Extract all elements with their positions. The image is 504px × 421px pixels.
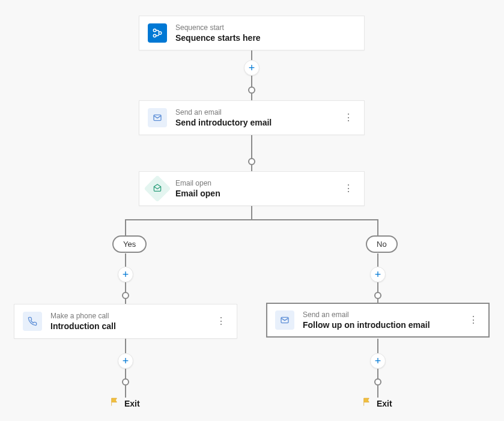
node-title-label: Introduction call	[50, 321, 205, 331]
connector-circle	[374, 378, 381, 386]
svg-point-2	[159, 32, 162, 35]
branch-yes-label: Yes	[112, 235, 147, 253]
more-menu-button[interactable]: ⋮	[214, 314, 228, 329]
phone-icon	[23, 312, 42, 331]
add-step-button[interactable]: +	[244, 60, 260, 76]
email-icon	[148, 108, 167, 127]
connector-line	[125, 219, 378, 220]
connector-circle	[248, 86, 255, 94]
connector-circle	[122, 378, 129, 386]
node-type-label: Send an email	[303, 310, 458, 319]
connector-line	[251, 135, 252, 159]
branch-no-text: No	[377, 240, 387, 249]
node-text: Make a phone call Introduction call	[50, 312, 205, 331]
email-icon	[275, 310, 294, 330]
add-step-button[interactable]: +	[118, 353, 133, 369]
node-title-label: Email open	[175, 189, 333, 198]
svg-point-1	[153, 34, 156, 37]
node-type-label: Sequence start	[175, 23, 356, 32]
branch-yes-text: Yes	[123, 240, 136, 249]
phone-call-node[interactable]: Make a phone call Introduction call ⋮	[14, 304, 237, 339]
node-type-label: Email open	[175, 179, 333, 187]
email-open-condition-node[interactable]: Email open Email open ⋮	[139, 171, 365, 206]
connector-line	[377, 339, 378, 353]
connector-circle	[248, 158, 255, 165]
connector-line	[125, 253, 126, 267]
more-menu-button[interactable]: ⋮	[341, 181, 356, 196]
connector-circle	[122, 292, 129, 299]
node-text: Email open Email open	[175, 179, 333, 198]
node-text: Send an email Send introductory email	[175, 108, 333, 127]
start-icon	[148, 23, 167, 43]
more-menu-button[interactable]: ⋮	[341, 111, 356, 125]
node-title-label: Send introductory email	[175, 118, 333, 127]
connector-line	[125, 219, 126, 235]
flag-icon	[110, 397, 120, 408]
exit-label: Exit	[110, 398, 140, 409]
connector-line	[377, 219, 378, 235]
more-menu-button[interactable]: ⋮	[466, 313, 481, 327]
send-email-node[interactable]: Send an email Send introductory email ⋮	[139, 100, 365, 135]
connector-line	[125, 386, 126, 398]
exit-text: Exit	[377, 399, 392, 408]
svg-point-0	[153, 29, 156, 32]
node-title-label: Follow up on introduction email	[303, 320, 458, 330]
connector-line	[251, 76, 252, 88]
connector-line	[125, 339, 126, 353]
branch-no-label: No	[366, 235, 398, 253]
exit-label: Exit	[362, 398, 392, 409]
connector-circle	[374, 292, 381, 299]
node-type-label: Send an email	[175, 108, 333, 117]
connector-line	[251, 206, 252, 219]
add-step-button[interactable]: +	[370, 267, 386, 282]
exit-text: Exit	[124, 399, 140, 408]
condition-icon	[144, 175, 171, 202]
connector-line	[377, 386, 378, 398]
node-type-label: Make a phone call	[50, 312, 205, 320]
sequence-start-node[interactable]: Sequence start Sequence starts here	[139, 16, 365, 50]
add-step-button[interactable]: +	[370, 353, 386, 369]
flag-icon	[362, 397, 372, 408]
node-text: Send an email Follow up on introduction …	[303, 310, 458, 330]
node-title-label: Sequence starts here	[175, 33, 356, 43]
add-step-button[interactable]: +	[118, 267, 133, 282]
followup-email-node[interactable]: Send an email Follow up on introduction …	[266, 303, 490, 338]
connector-line	[377, 253, 378, 267]
node-text: Sequence start Sequence starts here	[175, 23, 356, 43]
